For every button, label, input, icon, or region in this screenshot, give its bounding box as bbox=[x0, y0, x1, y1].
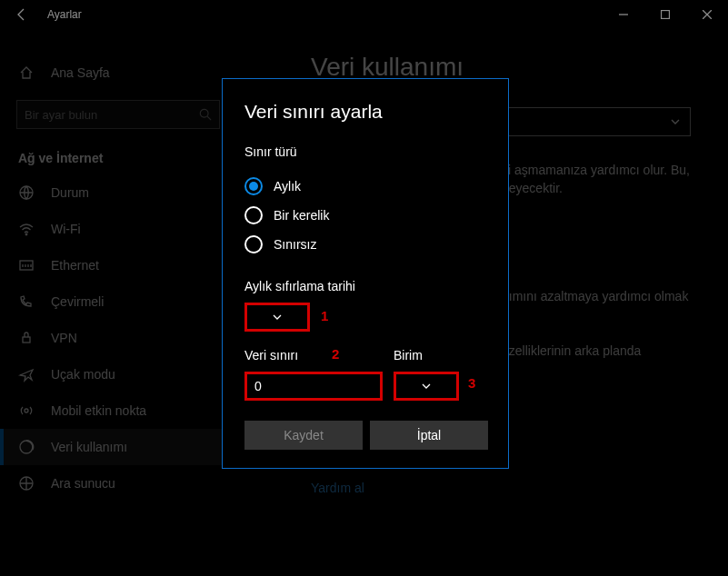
radio-label: Bir kerelik bbox=[274, 208, 329, 223]
save-button[interactable]: Kaydet bbox=[244, 421, 363, 450]
radio-label: Aylık bbox=[274, 179, 301, 194]
chevron-down-icon bbox=[421, 381, 432, 392]
data-limit-label: Veri sınırı bbox=[244, 348, 383, 362]
radio-icon bbox=[244, 177, 263, 195]
dialog-title: Veri sınırı ayarla bbox=[244, 101, 488, 123]
reset-date-label: Aylık sıfırlama tarihi bbox=[244, 279, 488, 293]
limit-type-label: Sınır türü bbox=[244, 144, 488, 159]
cancel-button[interactable]: İptal bbox=[370, 421, 488, 450]
set-data-limit-dialog: Veri sınırı ayarla Sınır türü Aylık Bir … bbox=[222, 78, 509, 469]
annotation-1: 1 bbox=[321, 308, 328, 323]
unit-label: Birim bbox=[394, 348, 459, 362]
annotation-3: 3 bbox=[468, 375, 475, 391]
annotation-2: 2 bbox=[332, 346, 339, 362]
reset-day-select[interactable] bbox=[244, 303, 310, 332]
radio-label: Sınırsız bbox=[274, 237, 316, 252]
chevron-down-icon bbox=[272, 312, 283, 323]
radio-icon bbox=[244, 206, 263, 224]
radio-onetime[interactable]: Bir kerelik bbox=[244, 201, 488, 230]
radio-icon bbox=[244, 235, 263, 253]
unit-select[interactable] bbox=[394, 372, 459, 401]
radio-monthly[interactable]: Aylık bbox=[244, 172, 488, 201]
radio-unlimited[interactable]: Sınırsız bbox=[244, 230, 488, 259]
data-limit-input[interactable] bbox=[244, 372, 383, 401]
